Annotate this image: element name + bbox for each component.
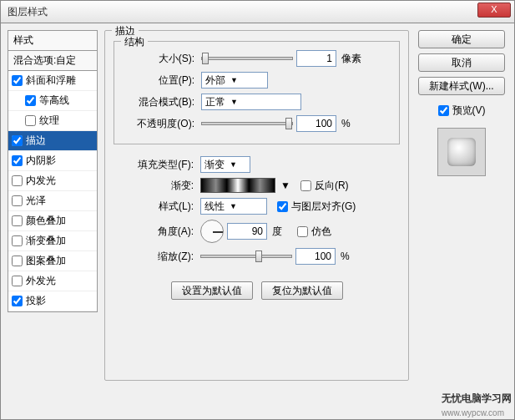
size-unit: 像素 [341, 52, 361, 66]
style-item-2[interactable]: 纹理 [8, 111, 97, 131]
opacity-label: 不透明度(O): [121, 117, 198, 131]
size-slider[interactable] [201, 57, 293, 60]
new-style-button[interactable]: 新建样式(W)... [418, 77, 505, 95]
position-combo[interactable]: 外部▼ [201, 72, 268, 89]
scale-unit: % [341, 250, 350, 262]
filltype-label: 填充类型(F): [120, 158, 197, 172]
style-item-0[interactable]: 斜面和浮雕 [8, 71, 97, 91]
align-label: 与图层对齐(G) [291, 200, 356, 214]
blend-options[interactable]: 混合选项:自定 [8, 51, 98, 71]
angle-unit: 度 [272, 225, 282, 239]
chevron-down-icon: ▼ [230, 202, 237, 210]
ok-button[interactable]: 确定 [418, 30, 505, 48]
style-item-5[interactable]: 内发光 [8, 171, 97, 191]
style-label: 描边 [26, 134, 46, 148]
angle-input[interactable] [227, 223, 267, 240]
window-title: 图层样式 [8, 5, 48, 19]
style-item-3[interactable]: 描边 [8, 131, 97, 151]
style-checkbox[interactable] [25, 115, 36, 126]
filltype-combo[interactable]: 渐变▼ [200, 156, 250, 173]
angle-dial[interactable] [200, 220, 224, 243]
style-checkbox[interactable] [12, 195, 23, 206]
style-checkbox[interactable] [12, 155, 23, 166]
style-label: 内阴影 [26, 154, 56, 168]
reverse-label: 反向(R) [315, 179, 349, 193]
position-label: 位置(P): [121, 73, 198, 88]
set-default-button[interactable]: 设置为默认值 [171, 281, 253, 300]
cancel-button[interactable]: 取消 [418, 53, 505, 72]
chevron-down-icon: ▼ [230, 76, 238, 84]
slider-thumb[interactable] [285, 118, 292, 129]
style-label: 样式(L): [120, 200, 197, 214]
fill-group: 填充类型(F): 渐变▼ 渐变: ▼ 反向(R) 样式(L): 线性▼ 与图层对… [114, 153, 400, 273]
style-checkbox[interactable] [12, 75, 23, 86]
chevron-down-icon: ▼ [230, 98, 238, 106]
preview-label: 预览(V) [452, 104, 486, 118]
close-button[interactable]: X [477, 3, 511, 18]
gradient-label: 渐变: [120, 179, 197, 193]
angle-label: 角度(A): [120, 225, 197, 239]
style-item-10[interactable]: 外发光 [8, 271, 97, 291]
style-label: 外发光 [26, 274, 56, 288]
style-label: 等高线 [39, 94, 69, 108]
main-area: 样式 混合选项:自定 斜面和浮雕等高线纹理描边内阴影内发光光泽颜色叠加渐变叠加图… [0, 23, 515, 420]
style-checkbox[interactable] [12, 276, 23, 286]
style-checkbox[interactable] [25, 95, 36, 106]
style-label: 光泽 [26, 194, 46, 208]
style-combo[interactable]: 线性▼ [200, 198, 267, 215]
structure-title: 结构 [121, 35, 148, 49]
preview-thumbnail [437, 128, 486, 176]
style-label: 内发光 [26, 174, 56, 188]
reverse-checkbox[interactable] [300, 180, 311, 191]
chevron-down-icon: ▼ [230, 160, 237, 169]
style-item-6[interactable]: 光泽 [8, 191, 97, 211]
preview-checkbox[interactable] [438, 105, 449, 116]
opacity-unit: % [341, 118, 351, 129]
style-checkbox[interactable] [12, 135, 23, 146]
slider-thumb[interactable] [202, 53, 209, 64]
slider-thumb[interactable] [255, 250, 262, 262]
style-item-11[interactable]: 投影 [8, 291, 97, 311]
dither-label: 仿色 [311, 225, 331, 239]
style-checkbox[interactable] [12, 296, 23, 306]
gradient-preview[interactable] [200, 178, 275, 193]
style-item-7[interactable]: 颜色叠加 [8, 211, 97, 231]
watermark: 无忧电脑学习网 www.wypcw.com [442, 392, 512, 418]
style-label: 渐变叠加 [26, 234, 66, 248]
dither-checkbox[interactable] [297, 226, 308, 237]
style-item-1[interactable]: 等高线 [8, 91, 97, 111]
style-label: 颜色叠加 [26, 214, 66, 228]
style-checkbox[interactable] [12, 215, 23, 226]
style-item-9[interactable]: 图案叠加 [8, 251, 97, 271]
align-checkbox[interactable] [277, 201, 288, 212]
style-label: 图案叠加 [26, 254, 66, 268]
style-item-8[interactable]: 渐变叠加 [8, 231, 97, 251]
blend-combo[interactable]: 正常▼ [201, 94, 301, 110]
stroke-group: 描边 结构 大小(S): 像素 位置(P): 外部▼ 混合模式(B): 正常▼ [104, 30, 409, 381]
structure-group: 结构 大小(S): 像素 位置(P): 外部▼ 混合模式(B): 正常▼ 不透明… [114, 41, 400, 144]
styles-header[interactable]: 样式 [8, 30, 98, 51]
chevron-down-icon[interactable]: ▼ [280, 180, 290, 191]
opacity-input[interactable] [296, 115, 336, 132]
style-label: 纹理 [39, 114, 59, 128]
style-label: 斜面和浮雕 [26, 73, 76, 88]
blend-label: 混合模式(B): [121, 95, 198, 109]
title-bar: 图层样式 X [0, 0, 515, 23]
style-checkbox[interactable] [12, 175, 23, 186]
preview-swatch [447, 138, 476, 166]
style-checkbox[interactable] [12, 235, 23, 246]
scale-slider[interactable] [200, 255, 292, 258]
right-panel: 确定 取消 新建样式(W)... 预览(V) [416, 30, 507, 412]
style-checkbox[interactable] [12, 256, 23, 266]
style-label: 投影 [26, 294, 46, 308]
styles-panel: 样式 混合选项:自定 斜面和浮雕等高线纹理描边内阴影内发光光泽颜色叠加渐变叠加图… [8, 30, 98, 412]
size-label: 大小(S): [121, 52, 198, 66]
scale-label: 缩放(Z): [120, 250, 197, 264]
opacity-slider[interactable] [201, 122, 293, 125]
size-input[interactable] [296, 50, 336, 67]
style-item-4[interactable]: 内阴影 [8, 151, 97, 171]
center-panel: 描边 结构 大小(S): 像素 位置(P): 外部▼ 混合模式(B): 正常▼ [104, 30, 409, 412]
reset-default-button[interactable]: 复位为默认值 [261, 281, 343, 300]
styles-list: 斜面和浮雕等高线纹理描边内阴影内发光光泽颜色叠加渐变叠加图案叠加外发光投影 [8, 71, 98, 312]
scale-input[interactable] [295, 248, 336, 265]
